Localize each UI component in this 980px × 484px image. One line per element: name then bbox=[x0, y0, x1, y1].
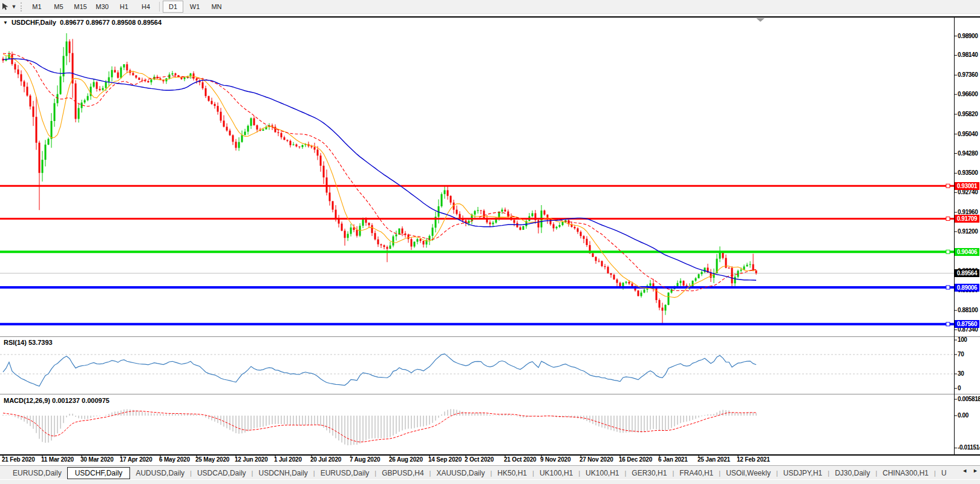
price-axis-tick: 0.94280 bbox=[958, 150, 978, 157]
timeframe-button-mn[interactable]: MN bbox=[206, 1, 227, 13]
macd-axis-tick: -0.011514 bbox=[958, 444, 980, 451]
chart-tabs-bar: EURUSD,DailyUSDCHF,DailyAUDUSD,Daily|USD… bbox=[0, 465, 980, 480]
timeframe-buttons: M1M5M15M30H1H4D1W1MN bbox=[26, 0, 227, 13]
chart-tab-usoil-weekly[interactable]: USOil,Weekly bbox=[720, 468, 776, 479]
tab-scroll-controls: ◄ ► bbox=[962, 468, 978, 474]
date-axis-tick: 16 Dec 2020 bbox=[619, 456, 652, 463]
date-axis-tick: 9 Nov 2020 bbox=[540, 456, 570, 463]
price-axis-tick: 0.97360 bbox=[958, 71, 978, 79]
date-axis-tick: 1 Jul 2020 bbox=[274, 456, 302, 463]
date-axis-tick: 2 Oct 2020 bbox=[465, 456, 494, 463]
current-price-label: 0.89564 bbox=[955, 269, 979, 277]
macd-indicator-label: MACD(12,26,9) 0.001237 0.000975 bbox=[4, 397, 109, 404]
chart-tab-u[interactable]: U bbox=[936, 468, 952, 479]
hline-price-label: 0.89006 bbox=[955, 284, 979, 292]
rsi-axis-tick: 100 bbox=[958, 336, 967, 344]
date-axis-tick: 6 Jan 2021 bbox=[658, 456, 688, 463]
hline-price-label: 0.93001 bbox=[955, 182, 979, 190]
price-axis-tick: 0.92740 bbox=[958, 189, 978, 196]
chart-tab-ger30-h1[interactable]: GER30,H1 bbox=[626, 468, 672, 479]
date-axis-tick: 21 Oct 2020 bbox=[504, 456, 536, 463]
tab-scroll-right-icon[interactable]: ► bbox=[973, 468, 978, 474]
price-axis-tick: 0.98140 bbox=[958, 51, 978, 59]
chart-tab-audusd-daily[interactable]: AUDUSD,Daily bbox=[130, 468, 190, 479]
chart-tab-fra40-h1[interactable]: FRA40,H1 bbox=[674, 468, 719, 479]
timeframe-button-w1[interactable]: W1 bbox=[185, 1, 205, 13]
timeframe-button-m15[interactable]: M15 bbox=[70, 1, 91, 13]
window-menu-icon[interactable]: ▼ bbox=[3, 20, 8, 25]
toolbar-separator bbox=[159, 2, 160, 11]
date-axis-tick: 14 Sep 2020 bbox=[428, 456, 462, 463]
price-axis-tick: 0.98900 bbox=[958, 33, 978, 40]
chart-ohlc-readout: 0.89677 0.89677 0.89508 0.89564 bbox=[60, 19, 162, 26]
status-bar bbox=[0, 479, 980, 484]
chart-tab-usdcad-daily[interactable]: USDCAD,Daily bbox=[192, 468, 252, 479]
chart-tab-eurusd-daily[interactable]: EURUSD,Daily bbox=[7, 468, 67, 479]
chart-tab-hk50-h1[interactable]: HK50,H1 bbox=[492, 468, 532, 479]
date-axis-tick: 12 Jun 2020 bbox=[235, 456, 268, 463]
hline-price-label: 0.90406 bbox=[955, 248, 979, 256]
hline-price-label: 0.87560 bbox=[955, 320, 979, 328]
rsi-indicator-label: RSI(14) 53.7393 bbox=[4, 339, 53, 346]
chart-cursor-icon[interactable] bbox=[1, 2, 10, 11]
chart-title: ▼ USDCHF,Daily 0.89677 0.89677 0.89508 0… bbox=[3, 19, 162, 26]
chart-tab-usdjpy-h1[interactable]: USDJPY,H1 bbox=[778, 468, 828, 479]
timeframe-button-m5[interactable]: M5 bbox=[48, 1, 69, 13]
timeframe-button-d1[interactable]: D1 bbox=[163, 1, 183, 13]
timeframe-button-m1[interactable]: M1 bbox=[27, 1, 47, 13]
date-axis-tick: 21 Feb 2020 bbox=[2, 456, 35, 463]
price-chart[interactable]: ▼ USDCHF,Daily 0.89677 0.89677 0.89508 0… bbox=[0, 0, 980, 465]
macd-axis-tick: 0.005818 bbox=[958, 396, 980, 403]
tab-scroll-left-icon[interactable]: ◄ bbox=[962, 468, 967, 474]
chart-tab-uk100-h1[interactable]: UK100,H1 bbox=[580, 468, 624, 479]
date-axis-tick: 30 Mar 2020 bbox=[80, 456, 114, 463]
rsi-axis-tick: 30 bbox=[958, 370, 964, 378]
price-axis-tick: 0.88100 bbox=[958, 307, 978, 314]
price-axis-tick: 0.95040 bbox=[958, 131, 978, 138]
price-axis-tick: 0.93500 bbox=[958, 169, 978, 177]
price-axis-tick: 0.91200 bbox=[958, 228, 978, 235]
date-axis-tick: 27 Nov 2020 bbox=[580, 456, 613, 463]
chart-tab-eurusd-daily[interactable]: EURUSD,Daily bbox=[315, 468, 375, 479]
macd-axis-tick: 0.00 bbox=[958, 412, 969, 419]
timeframe-button-h1[interactable]: H1 bbox=[114, 1, 134, 13]
dropdown-arrow-icon[interactable]: ▼ bbox=[10, 4, 18, 10]
timeframe-button-h4[interactable]: H4 bbox=[136, 1, 156, 13]
date-axis-tick: 25 May 2020 bbox=[195, 456, 229, 463]
date-axis-tick: 17 Apr 2020 bbox=[120, 456, 152, 463]
date-axis-tick: 12 Feb 2021 bbox=[737, 456, 770, 463]
date-axis-tick: 6 May 2020 bbox=[159, 456, 190, 463]
date-axis-tick: 26 Aug 2020 bbox=[389, 456, 423, 463]
date-axis-tick: 20 Jul 2020 bbox=[310, 456, 341, 463]
rsi-axis-tick: 0 bbox=[958, 385, 961, 392]
price-axis-tick: 0.96600 bbox=[958, 91, 978, 98]
chart-tab-gbpusd-h4[interactable]: GBPUSD,H4 bbox=[376, 468, 429, 479]
chart-tab-china300-h1[interactable]: CHINA300,H1 bbox=[877, 468, 934, 479]
chart-tab-usdcnh-daily[interactable]: USDCNH,Daily bbox=[253, 468, 313, 479]
date-axis-tick: 25 Jan 2021 bbox=[697, 456, 730, 463]
toolbar-grip-handle[interactable] bbox=[21, 2, 22, 11]
price-axis-tick: 0.95820 bbox=[958, 111, 978, 118]
chart-tab-uk100-h1[interactable]: UK100,H1 bbox=[534, 468, 578, 479]
date-axis-tick: 7 Aug 2020 bbox=[350, 456, 380, 463]
chart-tab-usdchf-daily[interactable]: USDCHF,Daily bbox=[67, 467, 131, 479]
hline-price-label: 0.91709 bbox=[955, 215, 979, 223]
rsi-axis-tick: 70 bbox=[958, 351, 964, 358]
timeframe-button-m30[interactable]: M30 bbox=[92, 1, 113, 13]
chart-symbol-period: USDCHF,Daily bbox=[11, 19, 56, 26]
chart-canvas[interactable] bbox=[0, 0, 980, 465]
chart-tab-dj30-daily[interactable]: DJ30,Daily bbox=[829, 468, 875, 479]
toolbar: ▼ M1M5M15M30H1H4D1W1MN bbox=[0, 0, 980, 14]
chart-tab-xauusd-daily[interactable]: XAUUSD,Daily bbox=[431, 468, 490, 479]
date-axis-tick: 11 Mar 2020 bbox=[41, 456, 74, 463]
